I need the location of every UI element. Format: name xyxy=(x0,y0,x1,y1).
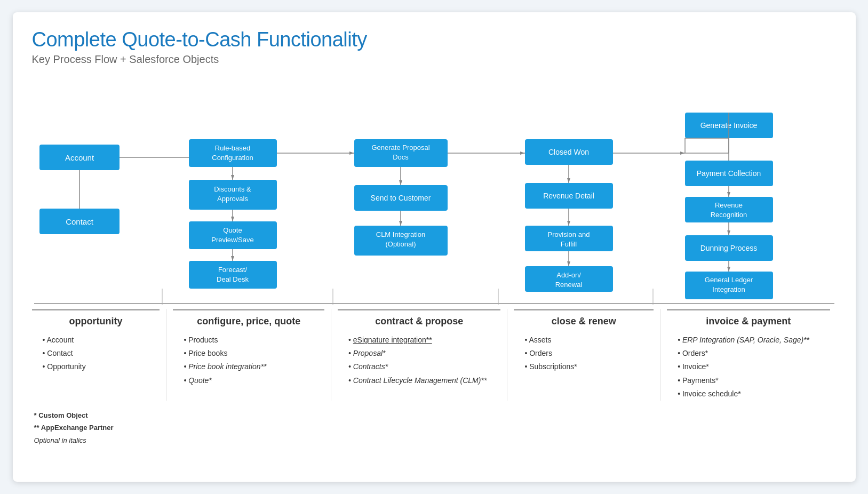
contact-box-label: Contact xyxy=(66,217,94,226)
close-bullet-list: Assets Orders Subscriptions* xyxy=(514,333,654,374)
close-divider xyxy=(514,309,654,310)
cpq-bullet-3: Price book integration** xyxy=(184,360,324,373)
flow-diagram: Account Contact Rule-based Configuration… xyxy=(32,81,837,305)
contract-bullet-3: Contracts* xyxy=(348,360,500,373)
svg-text:Revenue Detail: Revenue Detail xyxy=(543,192,594,200)
svg-text:Preview/Save: Preview/Save xyxy=(211,236,253,244)
rule-based-config-box xyxy=(189,139,277,167)
footnote-3: Optional in italics xyxy=(34,434,837,447)
svg-text:(Optional): (Optional) xyxy=(385,240,416,248)
opp-bullet-3: Opportunity xyxy=(43,360,160,373)
invoice-bullet-2: Orders* xyxy=(678,347,830,360)
svg-text:Docs: Docs xyxy=(393,153,409,161)
svg-text:Provision and: Provision and xyxy=(547,230,590,238)
contract-bullet-4: Contract Lifecycle Management (CLM)** xyxy=(348,374,500,387)
svg-text:Dunning Process: Dunning Process xyxy=(700,244,757,252)
invoice-bullet-list: ERP Integration (SAP, Oracle, Sage)** Or… xyxy=(667,333,830,401)
invoice-divider xyxy=(667,309,830,310)
close-bullet-1: Assets xyxy=(524,333,654,347)
close-bullet-2: Orders xyxy=(524,347,654,360)
svg-text:Add-on/: Add-on/ xyxy=(556,271,581,279)
cpq-bullet-2: Price books xyxy=(184,347,324,360)
invoice-bullet-5: Invoice schedule* xyxy=(678,387,830,401)
svg-text:Generate Proposal: Generate Proposal xyxy=(371,144,429,152)
slide: Complete Quote-to-Cash Functionality Key… xyxy=(13,12,856,482)
svg-text:Approvals: Approvals xyxy=(217,195,248,203)
svg-text:Renewal: Renewal xyxy=(555,281,582,289)
svg-text:Fulfill: Fulfill xyxy=(560,240,576,248)
main-title: Complete Quote-to-Cash Functionality xyxy=(32,28,837,51)
svg-text:Revenue: Revenue xyxy=(714,201,742,209)
cpq-col: configure, price, quote Products Price b… xyxy=(166,309,331,401)
contract-section-label: contract & propose xyxy=(338,316,500,327)
opp-bullet-list: Account Contact Opportunity xyxy=(32,333,160,374)
opp-divider xyxy=(32,309,160,310)
svg-text:Discounts &: Discounts & xyxy=(214,185,251,193)
cpq-section-label: configure, price, quote xyxy=(173,316,324,327)
close-section-label: close & renew xyxy=(514,316,654,327)
close-col: close & renew Assets Orders Subscription… xyxy=(507,309,660,401)
footnote-2: ** AppExchange Partner xyxy=(34,421,837,434)
cpq-bullet-4: Quote* xyxy=(184,374,324,387)
invoice-section-label: invoice & payment xyxy=(667,316,830,327)
opp-section-label: opportunity xyxy=(32,316,160,327)
invoice-bullet-1: ERP Integration (SAP, Oracle, Sage)** xyxy=(678,333,830,347)
svg-text:Deal Desk: Deal Desk xyxy=(217,275,249,283)
diagram-area: Account Contact Rule-based Configuration… xyxy=(32,81,837,305)
footnotes: * Custom Object ** AppExchange Partner O… xyxy=(32,409,837,447)
contract-bullet-2: Proposal* xyxy=(348,347,500,360)
footnote-1: * Custom Object xyxy=(34,409,837,421)
svg-text:Recognition: Recognition xyxy=(710,211,747,219)
account-box-label: Account xyxy=(65,153,94,162)
opportunity-col: opportunity Account Contact Opportunity xyxy=(32,309,167,401)
contract-bullet-list: eSignature integration** Proposal* Contr… xyxy=(338,333,500,387)
quote-preview-box xyxy=(189,221,277,249)
close-bullet-3: Subscriptions* xyxy=(524,360,654,373)
svg-text:Configuration: Configuration xyxy=(212,154,253,162)
svg-text:Closed Won: Closed Won xyxy=(548,148,588,156)
contract-bullet-1: eSignature integration** xyxy=(348,333,500,347)
svg-text:Quote: Quote xyxy=(223,226,242,234)
sub-title: Key Process Flow + Salesforce Objects xyxy=(32,53,837,66)
contract-divider xyxy=(338,309,500,310)
bottom-section: opportunity Account Contact Opportunity … xyxy=(32,309,837,401)
contract-col: contract & propose eSignature integratio… xyxy=(331,309,507,401)
invoice-bullet-4: Payments* xyxy=(678,374,830,387)
svg-text:Payment Collection: Payment Collection xyxy=(696,169,761,178)
opp-bullet-2: Contact xyxy=(43,347,160,360)
invoice-col: invoice & payment ERP Integration (SAP, … xyxy=(660,309,836,401)
svg-text:Forecast/: Forecast/ xyxy=(218,266,247,274)
invoice-bullet-3: Invoice* xyxy=(678,360,830,373)
opp-bullet-1: Account xyxy=(43,333,160,347)
svg-text:CLM Integration: CLM Integration xyxy=(376,230,425,238)
cpq-divider xyxy=(173,309,324,310)
cpq-bullet-list: Products Price books Price book integrat… xyxy=(173,333,324,387)
cpq-bullet-1: Products xyxy=(184,333,324,347)
forecast-box xyxy=(189,261,277,289)
svg-text:General Ledger: General Ledger xyxy=(704,276,753,284)
svg-text:Integration: Integration xyxy=(712,285,745,293)
svg-text:Send to Customer: Send to Customer xyxy=(370,194,431,202)
rule-based-config-label: Rule-based xyxy=(214,144,250,152)
